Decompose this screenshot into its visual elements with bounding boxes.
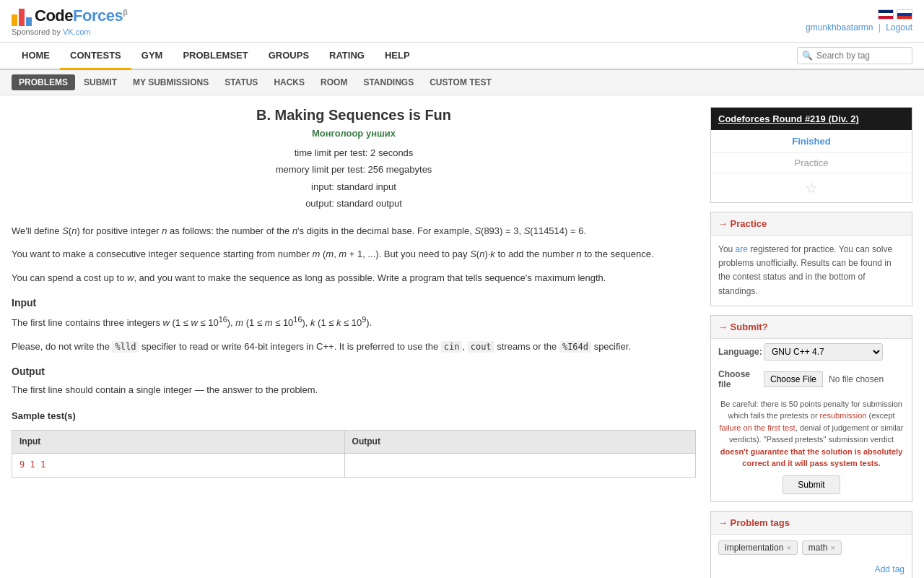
language-flags bbox=[878, 9, 912, 20]
logo-bar-1 bbox=[12, 14, 17, 26]
tags-panel: → Problem tags implementation × math × A… bbox=[710, 511, 912, 578]
nav-item-problemset[interactable]: PROBLEMSET bbox=[173, 43, 258, 70]
header: CodeForcesβ Sponsored by VK.com gmunkhba… bbox=[0, 0, 924, 43]
subnav-item-status[interactable]: STATUS bbox=[217, 74, 265, 90]
tag-math-remove[interactable]: × bbox=[831, 543, 835, 552]
tags-panel-title: → Problem tags bbox=[711, 512, 912, 535]
sidebar: Codeforces Round #219 (Div. 2) Finished … bbox=[710, 107, 912, 578]
choose-file-label: Choose file bbox=[718, 369, 758, 389]
contest-panel: Codeforces Round #219 (Div. 2) Finished … bbox=[710, 107, 912, 203]
subnav-item-custom-test[interactable]: CUSTOM TEST bbox=[422, 74, 499, 90]
practice-panel-body: You are registered for practice. You can… bbox=[711, 236, 912, 306]
logout-link[interactable]: Logout bbox=[886, 22, 912, 33]
problem-para2: You can spend a cost up to w, and you wa… bbox=[12, 271, 696, 286]
sponsor-link[interactable]: VK.com bbox=[63, 27, 91, 36]
tag-implementation-remove[interactable]: × bbox=[786, 543, 790, 552]
submit-panel: → Submit? Language: GNU C++ 4.7 Choose f… bbox=[710, 315, 912, 502]
search-input[interactable] bbox=[797, 47, 912, 64]
nav-item-gym[interactable]: GYM bbox=[131, 43, 173, 70]
practice-panel: → Practice You are registered for practi… bbox=[710, 212, 912, 306]
logo-bar-3 bbox=[26, 17, 32, 26]
problem-title: B. Making Sequences is Fun bbox=[12, 107, 696, 124]
header-right: gmunkhbaatarmn | Logout bbox=[806, 9, 912, 33]
main-layout: B. Making Sequences is Fun Монголоор унш… bbox=[0, 95, 924, 578]
tag-math-label: math bbox=[808, 543, 828, 553]
input-section-title: Input bbox=[12, 295, 696, 311]
input-type: input: standard input bbox=[12, 178, 696, 195]
language-row: Language: GNU C++ 4.7 bbox=[711, 339, 912, 365]
logo-code: Code bbox=[35, 7, 73, 25]
problem-content: B. Making Sequences is Fun Монголоор унш… bbox=[12, 107, 710, 578]
nav-item-rating[interactable]: RATING bbox=[319, 43, 375, 70]
contest-panel-header: Codeforces Round #219 (Div. 2) bbox=[711, 108, 912, 130]
user-info: gmunkhbaatarmn | Logout bbox=[806, 22, 912, 33]
tag-math: math × bbox=[802, 540, 842, 555]
search-icon: 🔍 bbox=[802, 51, 813, 61]
contest-practice[interactable]: Practice bbox=[711, 153, 912, 173]
nav-item-groups[interactable]: GROUPS bbox=[258, 43, 319, 70]
choose-file-button[interactable]: Choose File bbox=[764, 371, 823, 387]
output-description: The first line should contain a single i… bbox=[12, 383, 696, 398]
sample-input-header: Input bbox=[12, 431, 345, 454]
code-cout: cout bbox=[468, 341, 494, 353]
practice-panel-title: → Practice bbox=[711, 212, 912, 236]
nav: HOME CONTESTS GYM PROBLEMSET GROUPS RATI… bbox=[0, 43, 924, 70]
subnav-item-room[interactable]: ROOM bbox=[313, 74, 354, 90]
problem-meta: time limit per test: 2 seconds memory li… bbox=[12, 144, 696, 212]
submit-button[interactable]: Submit bbox=[783, 475, 840, 494]
no-file-text: No file chosen bbox=[829, 374, 884, 384]
nav-item-contests[interactable]: CONTESTS bbox=[60, 43, 131, 70]
sponsor-text: Sponsored by VK.com bbox=[12, 27, 127, 36]
tags-title-link[interactable]: → Problem tags bbox=[718, 517, 790, 528]
flag-uk[interactable] bbox=[878, 9, 894, 20]
nav-item-help[interactable]: HELP bbox=[375, 43, 420, 70]
subnav-item-hacks[interactable]: HACKS bbox=[266, 74, 312, 90]
subnav-item-submit[interactable]: SUBMIT bbox=[77, 74, 124, 90]
sample-output-header: Output bbox=[344, 431, 695, 454]
code-i64d: %I64d bbox=[559, 341, 591, 353]
problem-intro: We'll define S(n) for positive integer n… bbox=[12, 224, 696, 239]
code-cin: cin bbox=[441, 341, 463, 353]
star-icon[interactable]: ☆ bbox=[805, 180, 818, 196]
flag-ru[interactable] bbox=[897, 9, 912, 20]
logo-forces: Forces bbox=[73, 7, 123, 25]
subnav-item-standings[interactable]: STANDINGS bbox=[356, 74, 421, 90]
sample-tests-title: Sample test(s) bbox=[12, 409, 696, 424]
language-select[interactable]: GNU C++ 4.7 bbox=[764, 343, 883, 361]
subnav-item-problems[interactable]: PROBLEMS bbox=[12, 74, 75, 90]
problem-lang-link[interactable]: Монголоор унших bbox=[12, 128, 696, 139]
submit-title-link[interactable]: → Submit? bbox=[718, 322, 768, 332]
sample-output-value bbox=[344, 454, 695, 477]
logo-bars bbox=[12, 6, 32, 26]
tags-list: implementation × math × bbox=[711, 535, 912, 561]
submit-panel-title: → Submit? bbox=[711, 316, 912, 339]
time-limit: time limit per test: 2 seconds bbox=[12, 144, 696, 161]
nav-item-home[interactable]: HOME bbox=[12, 43, 60, 70]
practice-title-link[interactable]: → Practice bbox=[718, 218, 767, 229]
submit-warning: Be careful: there is 50 points penalty f… bbox=[711, 394, 912, 475]
submit-btn-wrap: Submit bbox=[711, 475, 912, 501]
separator: | bbox=[879, 22, 881, 33]
contest-title-link[interactable]: Codeforces Round #219 (Div. 2) bbox=[718, 113, 859, 124]
subnav: PROBLEMS SUBMIT MY SUBMISSIONS STATUS HA… bbox=[0, 70, 924, 95]
add-tag-link[interactable]: Add tag bbox=[875, 564, 905, 574]
problem-para1: You want to make a consecutive integer s… bbox=[12, 247, 696, 262]
input-description: The first line contains three integers w… bbox=[12, 314, 696, 331]
sample-table: Input Output 9 1 1 bbox=[12, 430, 696, 477]
table-row: 9 1 1 bbox=[12, 454, 696, 477]
search-box: 🔍 bbox=[797, 47, 912, 64]
contest-star: ☆ bbox=[711, 173, 912, 202]
code-lld: %lld bbox=[112, 341, 139, 353]
logo-bar-2 bbox=[19, 9, 25, 26]
tag-implementation: implementation × bbox=[718, 540, 798, 555]
input-note: Please, do not write the %lld specifier … bbox=[12, 340, 696, 355]
contest-status: Finished bbox=[711, 130, 912, 153]
resubmission-link[interactable]: resubmission bbox=[820, 411, 867, 420]
logo-name: CodeForcesβ bbox=[35, 7, 127, 25]
practice-are-link[interactable]: are bbox=[736, 244, 748, 254]
sample-input-value: 9 1 1 bbox=[12, 454, 345, 477]
username-link[interactable]: gmunkhbaatarmn bbox=[806, 22, 873, 33]
subnav-item-my-submissions[interactable]: MY SUBMISSIONS bbox=[126, 74, 216, 90]
logo-area: CodeForcesβ Sponsored by VK.com bbox=[12, 6, 127, 36]
language-label: Language: bbox=[718, 347, 758, 357]
